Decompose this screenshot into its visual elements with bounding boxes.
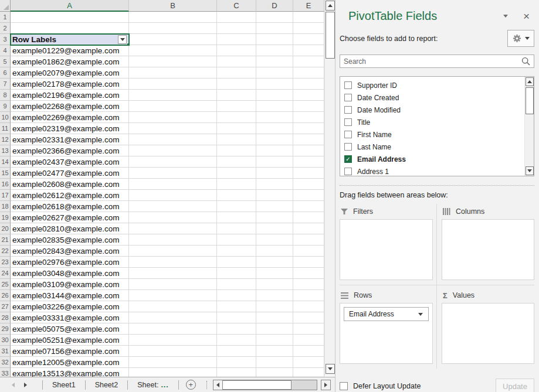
cell-D24[interactable] [256,268,293,279]
field-list-scroll-up-button[interactable] [526,77,534,86]
cell-D1[interactable] [256,12,293,23]
cell-D6[interactable] [256,67,293,79]
cell-D27[interactable] [256,301,293,312]
cell-E18[interactable] [293,201,324,212]
rows-dropzone[interactable]: Email Address [340,303,433,364]
cell-C9[interactable] [217,101,256,112]
cell-E28[interactable] [293,312,324,323]
cell-E29[interactable] [293,323,324,335]
field-checkbox[interactable] [344,131,352,138]
cell-B26[interactable] [129,290,217,301]
cell-E33[interactable] [293,368,324,377]
row-header-28[interactable]: 28 [0,312,11,323]
cell-D13[interactable] [256,145,293,156]
cell-E22[interactable] [293,246,324,257]
cell-A27[interactable]: example03226@example.com [11,301,129,312]
cell-E13[interactable] [293,145,324,156]
field-list-scroll-down-button[interactable] [526,166,534,175]
vertical-scrollbar[interactable] [324,0,335,376]
cell-E6[interactable] [293,67,324,79]
row-header-10[interactable]: 10 [0,112,11,123]
columns-dropzone[interactable] [442,219,534,280]
cell-C17[interactable] [217,190,256,201]
cell-E12[interactable] [293,134,324,145]
field-checkbox[interactable] [344,118,352,126]
cell-B11[interactable] [129,123,217,134]
cell-A19[interactable]: example02627@example.com [11,212,129,223]
cell-B29[interactable] [129,323,217,335]
row-header-29[interactable]: 29 [0,323,11,335]
row-header-9[interactable]: 9 [0,101,11,112]
cell-E9[interactable] [293,101,324,112]
cell-B1[interactable] [129,12,217,23]
cell-A5[interactable]: example01862@example.com [11,56,129,67]
cell-D17[interactable] [256,190,293,201]
cell-C12[interactable] [217,134,256,145]
cell-A20[interactable]: example02810@example.com [11,223,129,234]
cell-B3[interactable] [129,34,217,45]
column-header-B[interactable]: B [129,0,217,12]
cell-C31[interactable] [217,346,256,357]
update-button[interactable]: Update [496,379,534,392]
cell-E17[interactable] [293,190,324,201]
field-list-scrollbar[interactable] [524,77,534,176]
cell-B30[interactable] [129,335,217,346]
cell-E23[interactable] [293,257,324,268]
cell-B8[interactable] [129,90,217,101]
cell-B31[interactable] [129,346,217,357]
cell-C10[interactable] [217,112,256,123]
cell-E31[interactable] [293,346,324,357]
row-header-1[interactable]: 1 [0,12,11,23]
cell-E1[interactable] [293,12,324,23]
row-header-7[interactable]: 7 [0,79,11,90]
cell-C1[interactable] [217,12,256,23]
field-item-last-name[interactable]: Last Name [340,141,524,153]
cell-C32[interactable] [217,357,256,368]
cell-A13[interactable]: example02366@example.com [11,145,129,156]
cell-B5[interactable] [129,56,217,67]
cell-C28[interactable] [217,312,256,323]
cell-A12[interactable]: example02331@example.com [11,134,129,145]
field-list-scrollbar-thumb[interactable] [526,87,534,114]
cell-E3[interactable] [293,34,324,45]
column-header-A[interactable]: A [11,0,129,12]
cell-E21[interactable] [293,234,324,246]
row-header-11[interactable]: 11 [0,123,11,134]
cell-E4[interactable] [293,45,324,56]
cell-D10[interactable] [256,112,293,123]
cell-D11[interactable] [256,123,293,134]
row-header-21[interactable]: 21 [0,234,11,246]
cell-B22[interactable] [129,246,217,257]
cell-E15[interactable] [293,168,324,179]
cell-A26[interactable]: example03144@example.com [11,290,129,301]
cell-E10[interactable] [293,112,324,123]
scroll-down-button[interactable] [326,364,335,374]
column-header-C[interactable]: C [217,0,256,12]
cell-C26[interactable] [217,290,256,301]
cell-D3[interactable] [256,34,293,45]
cell-A25[interactable]: example03109@example.com [11,279,129,290]
cell-B4[interactable] [129,45,217,56]
cell-D29[interactable] [256,323,293,335]
column-header-D[interactable]: D [256,0,293,12]
field-item-first-name[interactable]: First Name [340,128,524,141]
cell-C11[interactable] [217,123,256,134]
cell-B14[interactable] [129,156,217,168]
cell-C24[interactable] [217,268,256,279]
cell-D9[interactable] [256,101,293,112]
cell-D26[interactable] [256,290,293,301]
field-checkbox[interactable] [344,94,352,101]
cell-A24[interactable]: example03048@example.com [11,268,129,279]
cell-B2[interactable] [129,23,217,34]
cell-C30[interactable] [217,335,256,346]
cell-D20[interactable] [256,223,293,234]
row-header-32[interactable]: 32 [0,357,11,368]
cell-B13[interactable] [129,145,217,156]
cell-A11[interactable]: example02319@example.com [11,123,129,134]
defer-layout-toggle[interactable]: Defer Layout Update [340,382,496,390]
cell-B18[interactable] [129,201,217,212]
cell-D2[interactable] [256,23,293,34]
cell-A32[interactable]: example12005@example.com [11,357,129,368]
row-header-2[interactable]: 2 [0,23,11,34]
cell-D5[interactable] [256,56,293,67]
